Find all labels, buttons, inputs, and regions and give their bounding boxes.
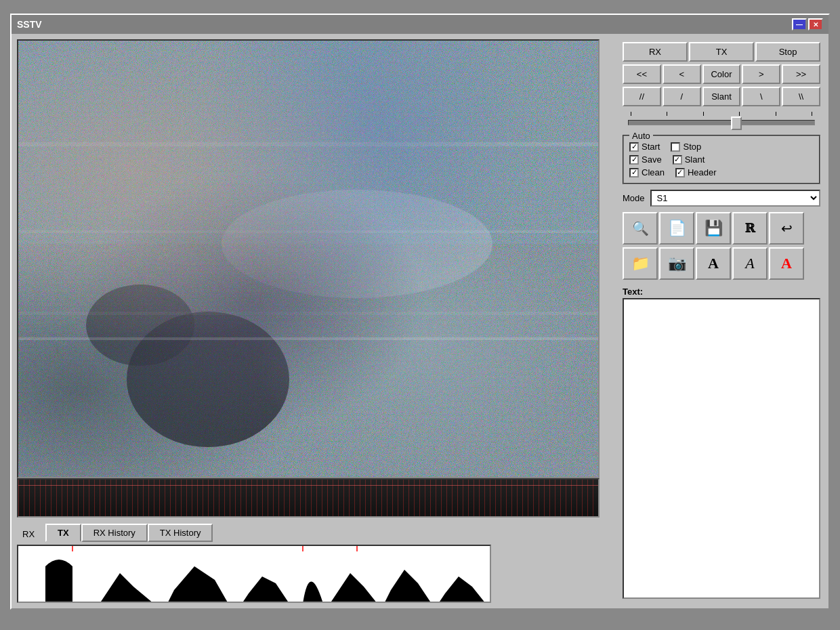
start-checkbox[interactable]: ✓ [629, 142, 639, 152]
new-button[interactable]: 📄 [659, 212, 694, 245]
clean-label: Clean [642, 167, 665, 177]
scan-line [18, 337, 598, 340]
text-italic-button[interactable]: A [732, 247, 768, 280]
text-red-icon: A [781, 255, 792, 272]
open-folder-icon: 📁 [631, 255, 650, 272]
window: SSTV — ✕ [10, 14, 830, 610]
tab-rx-history[interactable]: RX History [81, 524, 148, 542]
backslash-button[interactable]: \ [742, 87, 780, 106]
text-red-button[interactable]: A [769, 247, 804, 280]
stop-checkbox-item[interactable]: Stop [671, 142, 701, 152]
undo-icon: ↩ [781, 220, 793, 236]
tick-1 [631, 112, 631, 116]
checkbox-row-2: ✓ Save ✓ Slant [629, 154, 814, 165]
color-button[interactable]: Color [702, 64, 741, 84]
right-panel: RX TX Stop << < Color > >> // / Slant \ … [620, 39, 823, 603]
save-checkbox-item[interactable]: ✓ Save [629, 154, 662, 165]
load-icon: ℝ [745, 221, 755, 236]
clean-checkbox[interactable]: ✓ [629, 168, 639, 177]
tick-3 [703, 112, 704, 116]
slant-checkbox[interactable]: ✓ [673, 155, 682, 165]
new-doc-icon: 📄 [668, 219, 686, 237]
tick-4 [739, 112, 740, 116]
save-icon: 💾 [705, 219, 723, 237]
titlebar: SSTV — ✕ [12, 15, 828, 34]
slider-ticks [628, 112, 815, 116]
left-button[interactable]: < [663, 64, 701, 84]
strip-line [18, 485, 598, 486]
header-label: Header [688, 167, 717, 177]
tx-button[interactable]: TX [689, 42, 754, 62]
double-backslash-button[interactable]: \\ [782, 87, 820, 106]
double-slash-button[interactable]: // [623, 87, 661, 106]
screenshot-button[interactable]: 📷 [659, 247, 694, 280]
bottom-strip [17, 478, 600, 517]
header-checkbox[interactable]: ✓ [675, 168, 685, 177]
waveform-display [17, 545, 491, 603]
load-button[interactable]: ℝ [732, 212, 768, 245]
save-checkbox[interactable]: ✓ [629, 155, 639, 165]
checkbox-row-1: ✓ Start Stop [629, 142, 814, 152]
main-content: RX TX RX History TX History [12, 34, 828, 608]
slider-thumb[interactable] [731, 117, 742, 130]
header-checkbox-item[interactable]: ✓ Header [675, 167, 717, 177]
search-button[interactable]: 🔍 [623, 212, 658, 245]
tabs-row: RX TX RX History TX History [17, 518, 614, 543]
close-button[interactable]: ✕ [808, 18, 823, 30]
auto-group: Auto ✓ Start Stop ✓ Save [623, 135, 820, 184]
tick-6 [812, 112, 812, 116]
save-label: Save [642, 154, 662, 165]
text-input[interactable] [623, 298, 820, 599]
tick-2 [667, 112, 667, 116]
text-italic-icon: A [745, 255, 754, 272]
stop-button[interactable]: Stop [755, 42, 820, 62]
slant-label: Slant [685, 154, 705, 165]
slant-button[interactable]: Slant [702, 87, 741, 106]
undo-button[interactable]: ↩ [769, 212, 804, 245]
tick-5 [776, 112, 776, 116]
clean-checkbox-item[interactable]: ✓ Clean [629, 167, 665, 177]
search-icon: 🔍 [632, 220, 649, 236]
svg-rect-10 [18, 41, 598, 477]
text-normal-icon: A [708, 255, 719, 272]
slider-track [628, 120, 815, 125]
rx-button[interactable]: RX [623, 42, 688, 62]
left-panel: RX TX RX History TX History [17, 39, 614, 603]
mode-label: Mode [623, 193, 645, 203]
icon-btn-row-1: 🔍 📄 💾 ℝ ↩ [623, 212, 820, 245]
tab-tx[interactable]: TX [45, 524, 81, 542]
open-folder-button[interactable]: 📁 [623, 247, 658, 280]
slash-button[interactable]: / [663, 87, 701, 106]
top-btn-row: RX TX Stop [623, 42, 820, 62]
start-checkbox-item[interactable]: ✓ Start [629, 142, 660, 152]
auto-legend: Auto [629, 131, 653, 141]
slant-checkbox-item[interactable]: ✓ Slant [673, 154, 705, 165]
tab-rx[interactable]: RX [17, 526, 45, 542]
save-button[interactable]: 💾 [696, 212, 731, 245]
text-section: Text: [623, 282, 820, 600]
stop-checkbox[interactable] [671, 142, 680, 152]
titlebar-controls: — ✕ [792, 18, 823, 30]
icon-btn-row-2: 📁 📷 A A A [623, 247, 820, 280]
tab-tx-history[interactable]: TX History [148, 524, 213, 542]
double-right-button[interactable]: >> [782, 64, 820, 84]
sstv-image [18, 41, 598, 477]
double-left-button[interactable]: << [623, 64, 661, 84]
stop-label: Stop [683, 142, 701, 152]
text-label: Text: [623, 287, 820, 297]
window-title: SSTV [17, 19, 42, 30]
mode-select[interactable]: S1 S2 R72 R36 M1 M2 [650, 190, 820, 207]
text-normal-button[interactable]: A [696, 247, 731, 280]
right-button[interactable]: > [742, 64, 780, 84]
slider-container [623, 109, 820, 132]
start-label: Start [642, 142, 660, 152]
slant-btn-row: // / Slant \ \\ [623, 87, 820, 106]
screenshot-icon: 📷 [668, 255, 686, 272]
mode-row: Mode S1 S2 R72 R36 M1 M2 [623, 187, 820, 209]
waveform-svg [18, 546, 490, 602]
sstv-display [17, 39, 600, 478]
minimize-button[interactable]: — [792, 18, 807, 30]
checkbox-row-3: ✓ Clean ✓ Header [629, 167, 814, 177]
nav-btn-row: << < Color > >> [623, 64, 820, 84]
